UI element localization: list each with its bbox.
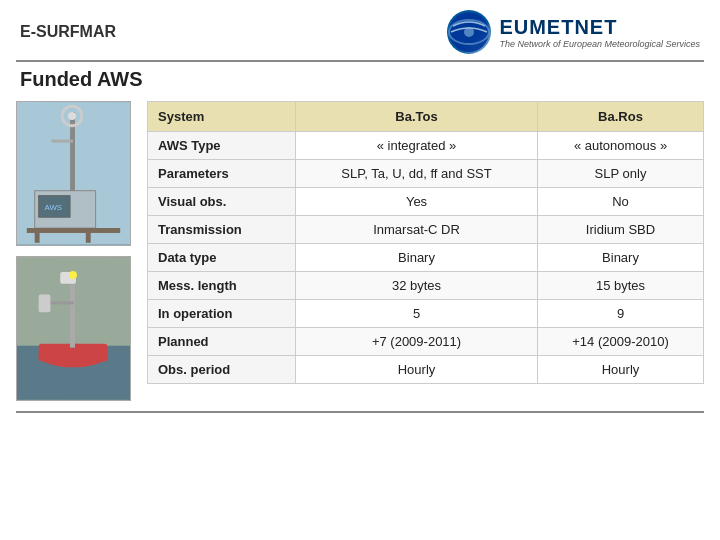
svg-rect-11 xyxy=(27,228,120,233)
row-baros: +14 (2009-2010) xyxy=(538,328,704,356)
table-row: Planned+7 (2009-2011)+14 (2009-2010) xyxy=(148,328,704,356)
row-label: Planned xyxy=(148,328,296,356)
logo-text: EUMETNET The Network of European Meteoro… xyxy=(499,16,700,49)
row-baros: No xyxy=(538,188,704,216)
page-header: E-SURFMAR EUMETNET The Network of Europe… xyxy=(0,0,720,60)
comparison-table: System Ba.Tos Ba.Ros AWS Type« integrate… xyxy=(147,101,704,384)
row-label: Transmission xyxy=(148,216,296,244)
row-batos: « integrated » xyxy=(296,132,538,160)
table-row: Visual obs.YesNo xyxy=(148,188,704,216)
svg-rect-13 xyxy=(86,233,91,243)
eumetnet-name: EUMETNET xyxy=(499,16,700,39)
svg-point-22 xyxy=(69,271,77,279)
svg-rect-7 xyxy=(51,140,73,143)
row-baros: « autonomous » xyxy=(538,132,704,160)
page-title: E-SURFMAR xyxy=(20,23,116,41)
row-batos: +7 (2009-2011) xyxy=(296,328,538,356)
row-label: Data type xyxy=(148,244,296,272)
row-baros: 15 bytes xyxy=(538,272,704,300)
col-header-system: System xyxy=(148,102,296,132)
row-baros: Binary xyxy=(538,244,704,272)
row-batos: Yes xyxy=(296,188,538,216)
table-row: ParametersSLP, Ta, U, dd, ff and SSTSLP … xyxy=(148,160,704,188)
row-batos: 5 xyxy=(296,300,538,328)
row-label: AWS Type xyxy=(148,132,296,160)
section-title-bar: Funded AWS xyxy=(16,60,704,91)
content-area: AWS xyxy=(0,101,720,401)
svg-rect-18 xyxy=(70,277,75,348)
table-container: System Ba.Tos Ba.Ros AWS Type« integrate… xyxy=(147,101,704,384)
svg-rect-21 xyxy=(39,295,51,313)
eumetnet-logo-circle xyxy=(447,10,491,54)
table-row: Obs. periodHourlyHourly xyxy=(148,356,704,384)
table-row: AWS Type« integrated »« autonomous » xyxy=(148,132,704,160)
station-image-1: AWS xyxy=(16,101,131,246)
row-baros: 9 xyxy=(538,300,704,328)
svg-text:AWS: AWS xyxy=(45,203,63,212)
section-title: Funded AWS xyxy=(16,68,704,91)
row-label: Visual obs. xyxy=(148,188,296,216)
table-row: TransmissionInmarsat-C DRIridium SBD xyxy=(148,216,704,244)
row-label: Obs. period xyxy=(148,356,296,384)
station-image-2 xyxy=(16,256,131,401)
row-batos: SLP, Ta, U, dd, ff and SST xyxy=(296,160,538,188)
row-label: Mess. length xyxy=(148,272,296,300)
svg-rect-20 xyxy=(46,301,74,304)
table-row: Mess. length32 bytes15 bytes xyxy=(148,272,704,300)
row-batos: 32 bytes xyxy=(296,272,538,300)
svg-rect-12 xyxy=(35,233,40,243)
table-row: In operation59 xyxy=(148,300,704,328)
row-batos: Inmarsat-C DR xyxy=(296,216,538,244)
svg-point-6 xyxy=(68,112,76,120)
row-baros: SLP only xyxy=(538,160,704,188)
row-baros: Iridium SBD xyxy=(538,216,704,244)
col-header-batos: Ba.Tos xyxy=(296,102,538,132)
logo-area: EUMETNET The Network of European Meteoro… xyxy=(447,10,700,54)
table-row: Data typeBinaryBinary xyxy=(148,244,704,272)
row-label: In operation xyxy=(148,300,296,328)
row-batos: Hourly xyxy=(296,356,538,384)
bottom-divider xyxy=(16,411,704,413)
row-baros: Hourly xyxy=(538,356,704,384)
eumetnet-subtitle: The Network of European Meteorological S… xyxy=(499,39,700,49)
table-header-row: System Ba.Tos Ba.Ros xyxy=(148,102,704,132)
col-header-baros: Ba.Ros xyxy=(538,102,704,132)
images-column: AWS xyxy=(16,101,131,401)
row-batos: Binary xyxy=(296,244,538,272)
row-label: Parameters xyxy=(148,160,296,188)
